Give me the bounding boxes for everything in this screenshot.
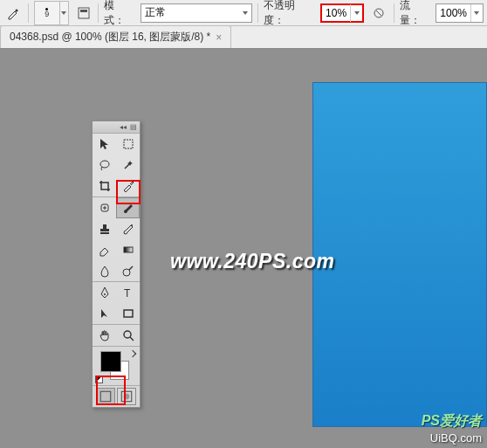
tools-panel: ◂◂▤ T (92, 121, 141, 408)
svg-text:T: T (124, 287, 131, 300)
tools-panel-header[interactable]: ◂◂▤ (93, 121, 140, 134)
stamp-tool-icon[interactable] (93, 218, 116, 239)
default-colors-icon[interactable] (95, 376, 103, 383)
options-bar: 9 模式： 正常 不透明度： 10% 流量： 100% (0, 0, 487, 26)
pressure-opacity-icon[interactable] (369, 3, 388, 23)
watermark-br1: PS爱好者 (422, 412, 482, 431)
close-tab-icon[interactable]: × (216, 31, 222, 44)
eraser-tool-icon[interactable] (93, 239, 116, 260)
mode-label: 模式： (104, 0, 134, 28)
standard-mode-icon[interactable] (96, 388, 115, 405)
blur-tool-icon[interactable] (93, 260, 116, 281)
swap-colors-icon[interactable] (128, 348, 137, 357)
pen-tool-icon[interactable] (93, 282, 116, 303)
eyedropper-tool-icon[interactable] (116, 176, 140, 196)
lasso-tool-icon[interactable] (93, 155, 116, 176)
document-canvas[interactable] (312, 82, 487, 427)
flow-label: 流量： (400, 0, 430, 28)
document-tab-title: 04368.psd @ 100% (图层 16, 图层蒙版/8) * (10, 30, 210, 45)
brush-preview[interactable]: 9 (34, 1, 60, 25)
svg-point-13 (124, 331, 131, 338)
svg-rect-12 (124, 310, 133, 317)
tool-preset-icon[interactable] (3, 3, 23, 23)
gradient-tool-icon[interactable] (116, 239, 140, 260)
flow-dropdown[interactable] (470, 4, 483, 22)
opacity-dropdown[interactable] (350, 4, 362, 22)
brush-size-dropdown[interactable] (60, 1, 69, 25)
brush-panel-toggle-icon[interactable] (74, 3, 93, 23)
shape-tool-icon[interactable] (116, 303, 140, 324)
dodge-tool-icon[interactable] (116, 260, 140, 281)
healing-tool-icon[interactable] (93, 197, 116, 218)
hand-tool-icon[interactable] (93, 325, 116, 346)
blend-mode-select[interactable]: 正常 (141, 3, 252, 23)
color-swatches (93, 347, 140, 385)
opacity-label: 不透明度： (264, 0, 315, 28)
svg-rect-2 (80, 10, 87, 12)
document-tab-bar: 04368.psd @ 100% (图层 16, 图层蒙版/8) * × (0, 26, 487, 49)
flow-value: 100% (436, 7, 470, 19)
opacity-input[interactable]: 10% (320, 3, 364, 23)
quick-mask-toggle (93, 386, 140, 407)
svg-rect-8 (124, 247, 133, 252)
zoom-tool-icon[interactable] (116, 325, 140, 346)
history-brush-tool-icon[interactable] (116, 218, 140, 239)
type-tool-icon[interactable]: T (116, 282, 140, 303)
svg-rect-4 (124, 140, 133, 148)
svg-point-9 (123, 269, 130, 276)
flow-input[interactable]: 100% (436, 3, 484, 23)
opacity-value: 10% (322, 7, 350, 19)
marquee-tool-icon[interactable] (116, 134, 140, 155)
svg-point-5 (100, 161, 109, 168)
svg-rect-14 (100, 391, 110, 401)
svg-point-10 (104, 293, 106, 295)
foreground-color[interactable] (101, 352, 120, 371)
svg-point-16 (124, 394, 130, 400)
brush-tool-icon[interactable] (116, 197, 140, 218)
blend-mode-value: 正常 (145, 5, 166, 20)
watermark-main: www.240PS.com (170, 250, 334, 273)
watermark-br2: UiBQ.com (430, 431, 482, 445)
svg-point-0 (15, 9, 17, 11)
crop-tool-icon[interactable] (93, 176, 116, 196)
document-tab[interactable]: 04368.psd @ 100% (图层 16, 图层蒙版/8) * × (0, 25, 231, 48)
move-tool-icon[interactable] (93, 134, 116, 155)
wand-tool-icon[interactable] (116, 155, 140, 176)
path-select-tool-icon[interactable] (93, 303, 116, 324)
quickmask-mode-icon[interactable] (117, 388, 136, 405)
svg-rect-1 (79, 8, 89, 18)
svg-point-7 (131, 224, 133, 226)
